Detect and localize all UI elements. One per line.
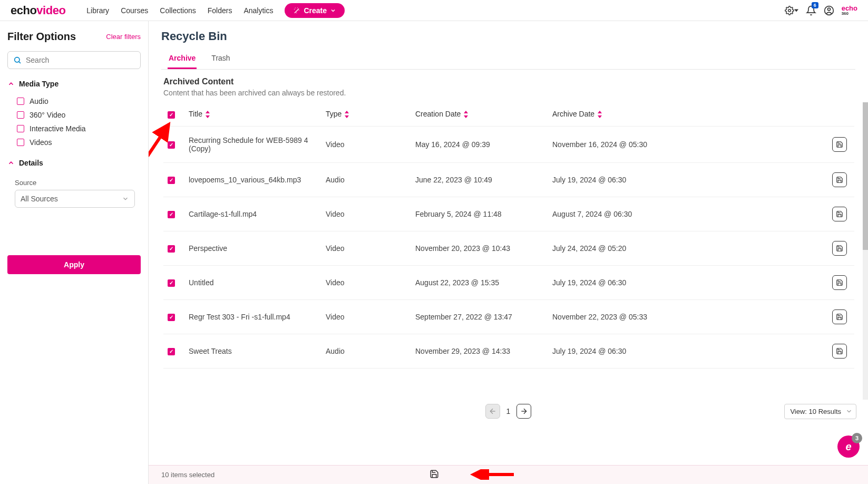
svg-marker-11	[345, 115, 349, 118]
echo360-logo[interactable]: echo 360	[842, 5, 857, 15]
restore-button[interactable]	[832, 275, 847, 290]
svg-point-3	[827, 8, 830, 11]
view-results-select[interactable]: View: 10 Results	[784, 404, 856, 419]
row-title: Regr Test 303 - Fri -s1-full.mp4	[184, 299, 321, 334]
account-button[interactable]	[824, 5, 834, 16]
content-table: Title Type Creation Date Archive Date Re…	[163, 102, 854, 369]
row-checkbox[interactable]	[163, 299, 184, 334]
restore-button[interactable]	[832, 309, 847, 324]
search-box[interactable]	[7, 51, 141, 69]
svg-marker-10	[345, 111, 349, 113]
main-wrap: Filter Options Clear filters Media Type …	[0, 21, 868, 484]
nav-folders[interactable]: Folders	[208, 6, 232, 15]
header-label: Archive Date	[552, 110, 594, 118]
tabs: Archive Trash	[161, 49, 855, 70]
nav-collections[interactable]: Collections	[160, 6, 196, 15]
gear-icon	[785, 6, 794, 15]
filter-label: Interactive Media	[30, 124, 86, 133]
row-title: Perspective	[184, 231, 321, 265]
search-icon	[13, 56, 22, 64]
filter-360-video[interactable]: 360° Video	[7, 108, 141, 122]
header-label: Title	[189, 110, 202, 118]
svg-point-4	[15, 57, 19, 62]
row-checkbox[interactable]	[163, 231, 184, 265]
page-number: 1	[506, 407, 511, 415]
save-icon	[836, 313, 843, 321]
settings-button[interactable]	[785, 6, 798, 15]
notifications-button[interactable]: 6	[806, 5, 816, 16]
nav-library[interactable]: Library	[86, 6, 109, 15]
chevron-up-icon	[7, 80, 15, 88]
restore-button[interactable]	[832, 207, 847, 221]
row-action	[828, 265, 854, 299]
table-header-row: Title Type Creation Date Archive Date	[163, 102, 854, 126]
logo-echo: echo	[11, 4, 36, 17]
save-icon	[836, 347, 843, 355]
row-title: Cartilage-s1-full.mp4	[184, 197, 321, 231]
header-title[interactable]: Title	[184, 102, 321, 126]
restore-button[interactable]	[832, 172, 847, 187]
arrow-left-icon	[489, 407, 497, 415]
chevron-down-icon	[845, 408, 853, 415]
row-type: Video	[321, 299, 411, 334]
row-action	[828, 299, 854, 334]
user-circle-icon	[824, 5, 834, 16]
row-action	[828, 162, 854, 197]
svg-marker-1	[794, 9, 798, 12]
row-checkbox[interactable]	[163, 126, 184, 162]
caret-icon	[794, 8, 798, 13]
header-created[interactable]: Creation Date	[411, 102, 548, 126]
restore-button[interactable]	[832, 137, 847, 152]
row-checkbox[interactable]	[163, 334, 184, 368]
filter-audio[interactable]: Audio	[7, 94, 141, 108]
media-type-section[interactable]: Media Type	[7, 80, 141, 88]
row-checkbox[interactable]	[163, 162, 184, 197]
row-checkbox[interactable]	[163, 265, 184, 299]
logo[interactable]: echovideo	[11, 4, 65, 17]
header-archived[interactable]: Archive Date	[548, 102, 828, 126]
table-row: lovepoems_10_various_64kb.mp3 Audio June…	[163, 162, 854, 197]
sort-icon	[344, 111, 350, 118]
restore-button[interactable]	[832, 344, 847, 359]
create-button[interactable]: Create	[285, 3, 345, 18]
svg-marker-13	[464, 115, 468, 118]
checkbox-checked-icon	[168, 111, 175, 119]
table-row: Perspective Video November 20, 2023 @ 10…	[163, 231, 854, 265]
filter-interactive-media[interactable]: Interactive Media	[7, 122, 141, 135]
header-type[interactable]: Type	[321, 102, 411, 126]
arrow-right-icon	[520, 407, 528, 415]
filter-label: Videos	[30, 138, 52, 147]
wand-icon	[293, 7, 300, 14]
filter-videos[interactable]: Videos	[7, 135, 141, 149]
page-head: Recycle Bin Archive Trash	[149, 21, 868, 70]
tab-trash[interactable]: Trash	[210, 49, 231, 69]
checkbox-icon	[17, 125, 24, 132]
svg-marker-14	[598, 111, 602, 113]
nav-analytics[interactable]: Analytics	[243, 6, 273, 15]
filter-head: Filter Options Clear filters	[7, 31, 141, 43]
header-checkbox[interactable]	[163, 102, 184, 126]
clear-filters-link[interactable]: Clear filters	[106, 33, 141, 41]
save-icon	[836, 210, 843, 218]
details-section[interactable]: Details	[7, 159, 141, 167]
scrollbar-thumb[interactable]	[863, 102, 868, 250]
save-icon	[836, 141, 843, 148]
restore-button[interactable]	[832, 241, 847, 256]
svg-marker-15	[598, 115, 602, 118]
notification-badge: 6	[812, 2, 818, 8]
checkbox-icon	[17, 139, 24, 146]
checkbox-checked-icon	[168, 211, 175, 218]
view-label: View: 10 Results	[790, 408, 841, 415]
restore-selected-button[interactable]	[430, 469, 439, 480]
row-action	[828, 231, 854, 265]
apply-button[interactable]: Apply	[7, 255, 141, 274]
next-page-button[interactable]	[516, 404, 531, 419]
help-widget[interactable]: e 3	[837, 435, 860, 458]
row-checkbox[interactable]	[163, 197, 184, 231]
source-select[interactable]: All Sources	[15, 190, 135, 208]
nav-courses[interactable]: Courses	[121, 6, 148, 15]
tab-archive[interactable]: Archive	[168, 49, 197, 69]
prev-page-button[interactable]	[485, 404, 500, 419]
subhead-text: Content that has been archived can alway…	[163, 89, 853, 97]
search-input[interactable]	[26, 56, 135, 64]
